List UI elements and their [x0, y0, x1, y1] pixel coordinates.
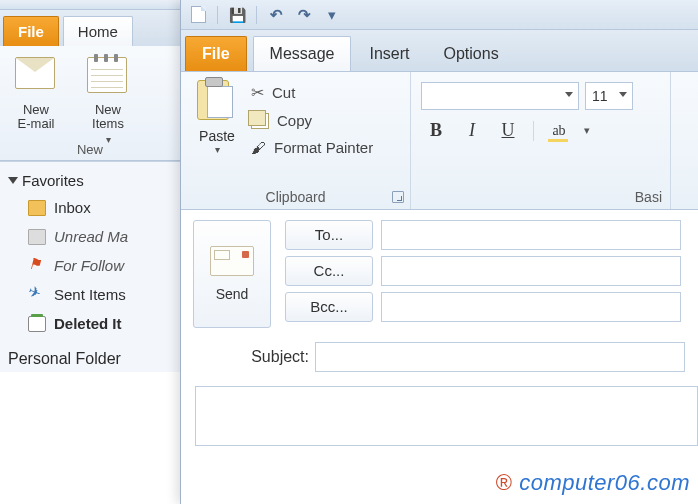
scissors-icon — [251, 83, 264, 102]
chevron-down-icon — [565, 92, 573, 97]
compose-tab-file[interactable]: File — [185, 36, 247, 71]
sidebar-item-unread[interactable]: Unread Ma — [0, 222, 180, 251]
cut-button[interactable]: Cut — [247, 78, 377, 107]
calendar-icon — [87, 57, 127, 93]
sidebar-item-followup[interactable]: For Follow — [0, 251, 180, 280]
redo-button[interactable] — [295, 6, 313, 24]
trash-icon — [28, 316, 46, 332]
save-button[interactable] — [228, 6, 246, 24]
flag-icon — [28, 258, 46, 274]
qa-more-button[interactable]: ▾ — [323, 6, 341, 24]
message-body[interactable] — [195, 386, 698, 446]
font-family-combo[interactable] — [421, 82, 579, 110]
message-header-area: Send To... Cc... Bcc... Subject: — [181, 210, 698, 446]
chevron-down-icon: ▾ — [584, 124, 590, 137]
new-email-button[interactable]: New E-mail — [0, 52, 72, 145]
chevron-down-icon: ▾ — [215, 144, 220, 155]
underline-button[interactable]: U — [497, 120, 519, 141]
nav-pane: Favorites Inbox Unread Ma For Follow Sen… — [0, 161, 180, 372]
compose-tab-message[interactable]: Message — [253, 36, 352, 71]
sidebar-item-inbox[interactable]: Inbox — [0, 193, 180, 222]
to-button[interactable]: To... — [285, 220, 373, 250]
subject-field[interactable] — [315, 342, 685, 372]
paste-icon — [197, 80, 229, 120]
undo-button[interactable] — [267, 6, 285, 24]
quick-access-toolbar: ▾ — [181, 0, 698, 30]
compose-window: ▾ File Message Insert Options Paste ▾ Cu… — [180, 0, 698, 504]
compose-tab-options[interactable]: Options — [428, 37, 515, 71]
to-field[interactable] — [381, 220, 681, 250]
clipboard-dialog-launcher[interactable] — [392, 191, 404, 203]
copy-button[interactable]: Copy — [247, 107, 377, 134]
bold-button[interactable]: B — [425, 120, 447, 141]
send-button[interactable]: Send — [193, 220, 271, 328]
compose-tab-insert[interactable]: Insert — [353, 37, 425, 71]
bcc-button[interactable]: Bcc... — [285, 292, 373, 322]
watermark: ® computer06.com — [496, 470, 690, 496]
cc-button[interactable]: Cc... — [285, 256, 373, 286]
group-label-clipboard: Clipboard — [181, 189, 410, 205]
highlight-button[interactable]: ab — [548, 123, 570, 139]
sidebar-item-sent[interactable]: Sent Items — [0, 280, 180, 309]
cc-field[interactable] — [381, 256, 681, 286]
group-label-new: New — [0, 142, 180, 157]
ribbon-tabs: File Home — [0, 10, 180, 46]
favorites-header[interactable]: Favorites — [0, 168, 180, 193]
titlebar — [0, 0, 180, 10]
ribbon-home: New E-mail New Items ▾ New — [0, 46, 180, 161]
clipboard-group: Paste ▾ Cut Copy Format Painter Clipboar… — [181, 72, 411, 209]
copy-icon — [251, 113, 269, 129]
new-items-button[interactable]: New Items ▾ — [72, 52, 144, 145]
envelope-icon — [210, 246, 254, 276]
tab-home[interactable]: Home — [63, 16, 133, 46]
brush-icon — [251, 139, 266, 156]
compose-ribbon: Paste ▾ Cut Copy Format Painter Clipboar… — [181, 72, 698, 210]
mail-icon — [15, 57, 55, 89]
group-label-basictext: Basi — [411, 189, 670, 205]
sent-icon — [28, 287, 46, 303]
format-painter-button[interactable]: Format Painter — [247, 134, 377, 161]
tab-file[interactable]: File — [3, 16, 59, 46]
sidebar-item-deleted[interactable]: Deleted It — [0, 309, 180, 338]
folder-icon — [28, 200, 46, 216]
compose-ribbon-tabs: File Message Insert Options — [181, 30, 698, 72]
outlook-main-window: File Home New E-mail New Items ▾ New Fav… — [0, 0, 180, 504]
font-size-combo[interactable]: 11 — [585, 82, 633, 110]
folder-icon — [28, 229, 46, 245]
italic-button[interactable]: I — [461, 120, 483, 141]
paste-button[interactable]: Paste ▾ — [187, 78, 247, 161]
chevron-down-icon — [619, 92, 627, 97]
font-group: 11 B I U ab ▾ Basi — [411, 72, 671, 209]
subject-label: Subject: — [233, 348, 315, 366]
bcc-field[interactable] — [381, 292, 681, 322]
collapse-icon — [8, 177, 18, 184]
app-icon — [189, 6, 207, 24]
personal-folders-header[interactable]: Personal Folder — [0, 338, 180, 372]
